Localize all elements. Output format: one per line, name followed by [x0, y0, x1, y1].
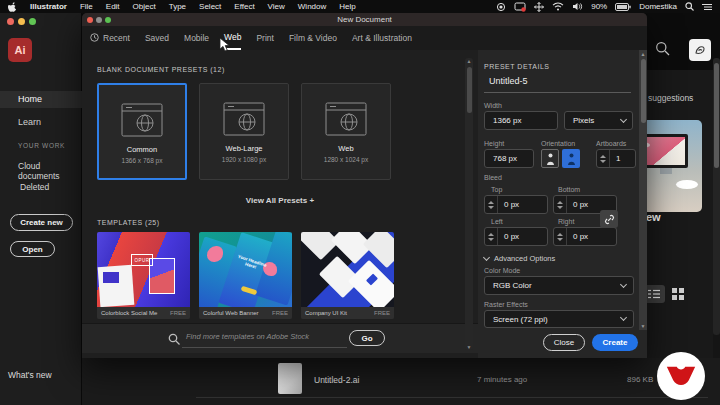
window-close-button[interactable] [7, 18, 14, 25]
new-document-dialog: New Document Recent Saved Mobile Web Pri… [82, 13, 647, 358]
view-all-presets-link[interactable]: View All Presets + [82, 196, 478, 205]
menubar-account-name[interactable]: Domestika [639, 2, 677, 11]
document-name-input[interactable]: Untitled-5 [489, 76, 528, 86]
macos-menubar: Illustrator File Edit Object Type Select… [0, 0, 720, 13]
bleed-left-label: Left [491, 218, 503, 225]
recent-file-row[interactable]: Untitled-2.ai 7 minutes ago 896 KB Illus… [82, 358, 720, 405]
screen: Illustrator File Edit Object Type Select… [0, 0, 720, 405]
templates-heading: TEMPLATES (25) [97, 219, 160, 226]
stepper-arrows-icon[interactable] [485, 228, 498, 245]
screen-record-icon[interactable] [496, 2, 506, 12]
display-status-icon[interactable] [514, 2, 526, 12]
tab-saved[interactable]: Saved [145, 26, 169, 50]
stepper-arrows-icon[interactable] [597, 150, 610, 167]
advanced-options-toggle[interactable]: Advanced Options [484, 254, 555, 263]
create-new-button[interactable]: Create new [10, 214, 73, 231]
panel-scrollbar[interactable]: ▲ ▼ [639, 50, 647, 330]
bleed-left-input[interactable]: 0 px [484, 227, 548, 246]
chevron-down-icon [620, 280, 627, 287]
menu-item-effect[interactable]: Effect [234, 2, 254, 11]
template-card-web-banner[interactable]: Your Headline Here! Colorful Web Banner … [199, 232, 292, 319]
tab-art-illustration[interactable]: Art & Illustration [352, 26, 412, 50]
document-name-underline [484, 92, 631, 93]
template-thumbnail: Your Headline Here! [199, 232, 292, 307]
create-button[interactable]: Create [592, 334, 638, 351]
stepper-arrows-icon[interactable] [554, 228, 567, 245]
menu-item-file[interactable]: File [80, 2, 93, 11]
apple-icon[interactable] [8, 2, 17, 12]
menu-item-edit[interactable]: Edit [106, 2, 120, 11]
move-tool-icon[interactable] [534, 2, 544, 12]
menu-item-view[interactable]: View [268, 2, 285, 11]
bleed-top-input[interactable]: 0 px [484, 195, 548, 214]
close-button[interactable]: Close [543, 334, 585, 351]
artboards-stepper[interactable]: 1 [596, 149, 636, 168]
tab-mobile[interactable]: Mobile [184, 26, 209, 50]
dialog-title: New Document [82, 15, 647, 24]
template-card-colorblock[interactable]: OPUR Colorblock Social Me FREE [97, 232, 190, 319]
menu-item-window[interactable]: Window [298, 2, 326, 11]
go-button[interactable]: Go [349, 330, 385, 346]
height-input[interactable]: 768 px [484, 149, 534, 168]
window-minimize-button[interactable] [18, 18, 25, 25]
stepper-arrows-icon[interactable] [554, 196, 567, 213]
preset-card-common[interactable]: Common 1366 x 768 px [97, 83, 187, 180]
bleed-right-input[interactable]: 0 px [553, 227, 617, 246]
home-search-icon[interactable] [655, 41, 670, 60]
sidebar-item-learn[interactable]: Learn [0, 114, 82, 131]
preset-card-web-large[interactable]: Web-Large 1920 x 1080 px [199, 83, 289, 180]
battery-icon[interactable] [615, 3, 631, 11]
orientation-landscape-button[interactable] [562, 149, 580, 168]
sidebar-item-cloud-documents[interactable]: Cloud documents [18, 161, 81, 181]
menubar-app-name[interactable]: Illustrator [30, 2, 67, 11]
width-input[interactable]: 1366 px [484, 111, 558, 130]
home-sidebar: Ai Home Learn YOUR WORK Cloud documents … [0, 13, 82, 405]
menu-item-help[interactable]: Help [339, 2, 355, 11]
template-card-ui-kit[interactable]: Company UI Kit FREE [301, 232, 394, 319]
raster-effects-select[interactable]: Screen (72 ppi) [484, 310, 634, 328]
window-scrollbar[interactable] [713, 58, 720, 335]
raster-effects-value: Screen (72 ppi) [485, 315, 548, 324]
row-divider [196, 397, 708, 398]
color-mode-select[interactable]: RGB Color [484, 276, 634, 295]
artboards-value: 1 [610, 154, 620, 163]
dialog-titlebar: New Document [82, 13, 647, 26]
menu-item-type[interactable]: Type [169, 2, 186, 11]
preset-card-web[interactable]: Web 1280 x 1024 px [301, 83, 391, 180]
grid-view-button[interactable] [671, 287, 685, 301]
template-name: Colorful Web Banner [203, 310, 259, 316]
template-art-text: OPUR [131, 254, 153, 266]
bleed-link-button[interactable] [600, 210, 618, 228]
whats-new-link[interactable]: What's new [8, 370, 52, 380]
menu-item-object[interactable]: Object [133, 2, 156, 11]
bleed-bottom-value: 0 px [567, 200, 588, 209]
tab-film-video[interactable]: Film & Video [289, 26, 337, 50]
open-button[interactable]: Open [10, 241, 55, 257]
portrait-person-icon [546, 153, 555, 165]
stock-search-input[interactable]: Find more templates on Adobe Stock [186, 332, 309, 341]
menu-item-select[interactable]: Select [199, 2, 221, 11]
control-center-icon[interactable] [702, 3, 712, 11]
content-scrollbar[interactable]: ▲ ▼ [465, 58, 473, 350]
tab-print[interactable]: Print [256, 26, 273, 50]
sidebar-your-work-heading: YOUR WORK [18, 142, 65, 149]
landscape-person-icon [567, 153, 576, 165]
profile-avatar[interactable] [689, 39, 711, 61]
color-mode-label: Color Mode [484, 267, 520, 274]
sidebar-item-deleted[interactable]: Deleted [20, 182, 49, 192]
template-name: Colorblock Social Me [101, 310, 157, 316]
width-value: 1366 px [485, 116, 521, 125]
volume-icon[interactable] [572, 2, 583, 11]
template-free-badge: FREE [374, 310, 390, 316]
sidebar-item-home[interactable]: Home [0, 91, 82, 108]
tab-recent[interactable]: Recent [90, 26, 130, 50]
units-value: Pixels [565, 116, 594, 125]
units-select[interactable]: Pixels [564, 111, 633, 130]
stepper-arrows-icon[interactable] [485, 196, 498, 213]
orientation-portrait-button[interactable] [541, 149, 559, 168]
bleed-top-label: Top [491, 186, 502, 193]
stock-search-bar: Find more templates on Adobe Stock Go [82, 323, 478, 353]
window-zoom-button[interactable] [29, 18, 36, 25]
wifi-icon[interactable] [552, 2, 564, 11]
menubar-search-icon[interactable] [685, 2, 694, 11]
